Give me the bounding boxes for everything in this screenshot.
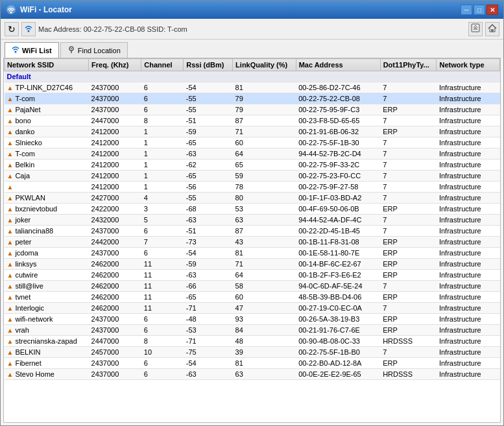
- cell-dot11: HRDSSS: [380, 369, 437, 380]
- col-header-freq[interactable]: Freq. (Khz): [89, 59, 141, 71]
- table-row[interactable]: ▲Caja24120001-655900-22-75-23-F0-CC7Infr…: [5, 171, 500, 182]
- cell-nettype: Infrastructure: [437, 347, 500, 358]
- cell-channel: 1: [141, 137, 184, 148]
- ssid-value: bono: [15, 117, 30, 124]
- table-container[interactable]: Network SSID Freq. (Khz) Channel Rssi (d…: [4, 58, 500, 422]
- network-signal-icon: ▲: [7, 371, 14, 378]
- table-row[interactable]: ▲Stevo Home24370006-636300-0E-2E-E2-9E-6…: [5, 369, 500, 380]
- table-row[interactable]: ▲TP-LINK_D27C4624370006-548100-25-86-D2-…: [5, 82, 500, 93]
- ssid-value: Interlogic: [15, 304, 44, 312]
- cell-dot11: 7: [380, 93, 437, 104]
- cell-ssid: ▲: [5, 182, 89, 193]
- cell-freq: 2437000: [89, 93, 141, 104]
- table-row[interactable]: ▲Slniecko24120001-656000-22-75-5F-1B-307…: [5, 137, 500, 148]
- cell-dot11: 7: [380, 215, 437, 226]
- cell-mac: 48-5B-39-BB-D4-06: [296, 292, 380, 303]
- table-row[interactable]: ▲BELKIN245700010-753900-22-75-5F-1B-B07I…: [5, 347, 500, 358]
- cell-mac: 94-0C-6D-AF-5E-24: [296, 281, 380, 292]
- table-row[interactable]: ▲Belkin24120001-626500-22-75-9F-33-2C7In…: [5, 160, 500, 171]
- network-signal-icon: ▲: [7, 349, 14, 356]
- cell-mac: 00-22-75-9F-33-2C: [296, 160, 380, 171]
- table-row[interactable]: ▲T-com24370006-557900-22-75-22-CB-087Inf…: [5, 93, 500, 104]
- cell-linkquality: 81: [233, 248, 296, 259]
- table-row[interactable]: ▲linksys246200011-597100-14-BF-6C-E2-67E…: [5, 259, 500, 270]
- cell-rssi: -63: [184, 369, 233, 380]
- cell-nettype: Infrastructure: [437, 215, 500, 226]
- table-row[interactable]: ▲PKWLAN24270004-558000-1F-1F-03-BD-A27In…: [5, 193, 500, 204]
- col-header-channel[interactable]: Channel: [141, 59, 184, 71]
- cell-freq: 2462000: [89, 303, 141, 314]
- cell-ssid: ▲strecnianska-zapad: [5, 336, 89, 347]
- cell-dot11: 7: [380, 82, 437, 93]
- cell-nettype: Infrastructure: [437, 115, 500, 126]
- cell-dot11: 7: [380, 182, 437, 193]
- table-row[interactable]: ▲cutwire246200011-636400-1B-2F-F3-E6-E2E…: [5, 270, 500, 281]
- cell-ssid: ▲Belkin: [5, 160, 89, 171]
- cell-nettype: Infrastructure: [437, 292, 500, 303]
- ssid-value: Slniecko: [15, 139, 42, 147]
- cell-mac: 00-90-4B-08-0C-33: [296, 336, 380, 347]
- table-row[interactable]: ▲PajaNet24370006-557900-22-75-95-9F-C3ER…: [5, 104, 500, 115]
- cell-ssid: ▲Slniecko: [5, 137, 89, 148]
- table-row[interactable]: ▲taliancina8824370006-518700-22-2D-45-1B…: [5, 226, 500, 237]
- col-header-ssid[interactable]: Network SSID: [5, 59, 89, 71]
- table-row[interactable]: ▲vrah24370006-538400-21-91-76-C7-6EERPIn…: [5, 325, 500, 336]
- cell-rssi: -63: [184, 270, 233, 281]
- table-row[interactable]: ▲still@live246200011-665894-0C-6D-AF-5E-…: [5, 281, 500, 292]
- col-header-dot11[interactable]: Dot11PhyTy...: [380, 59, 437, 71]
- table-row[interactable]: ▲bono24470008-518700-23-F8-5D-65-657Infr…: [5, 115, 500, 126]
- cell-channel: 1: [141, 160, 184, 171]
- cell-ssid: ▲Caja: [5, 171, 89, 182]
- ssid-value: Belkin: [15, 161, 34, 169]
- table-row[interactable]: ▲danko24120001-597100-21-91-6B-06-32ERPI…: [5, 126, 500, 137]
- cell-channel: 11: [141, 303, 184, 314]
- ssid-value: PKWLAN: [15, 194, 45, 202]
- toolbar-icon-btn-1[interactable]: [468, 22, 483, 36]
- table-row[interactable]: ▲T-com24120001-636494-44-52-7B-2C-D47Inf…: [5, 148, 500, 160]
- col-header-lq[interactable]: LinkQuality (%): [233, 59, 296, 71]
- cell-nettype: Infrastructure: [437, 160, 500, 171]
- table-row[interactable]: ▲peter24420007-734300-1B-11-F8-31-08ERPI…: [5, 237, 500, 248]
- table-row[interactable]: ▲bxznievtobud24220003-685300-4F-69-50-06…: [5, 204, 500, 215]
- network-signal-icon: ▲: [7, 150, 14, 158]
- home-icon: [488, 23, 497, 34]
- col-header-mac[interactable]: Mac Address: [296, 59, 380, 71]
- table-row[interactable]: ▲24120001-567800-22-75-9F-27-587Infrastr…: [5, 182, 500, 193]
- minimize-button[interactable]: ─: [461, 5, 472, 15]
- table-row[interactable]: ▲Interlogic246200011-714700-27-19-C0-EC-…: [5, 303, 500, 314]
- window-title: WiFi - Locator: [20, 5, 72, 14]
- cell-nettype: Infrastructure: [437, 82, 500, 93]
- cell-freq: 2437000: [89, 104, 141, 115]
- table-row[interactable]: ▲wifi-network24370006-489300-26-5A-38-19…: [5, 314, 500, 325]
- cell-dot11: 7: [380, 148, 437, 160]
- table-row[interactable]: ▲joker24320005-636394-44-52-4A-DF-4C7Inf…: [5, 215, 500, 226]
- svg-point-1: [10, 12, 12, 14]
- cell-ssid: ▲joker: [5, 215, 89, 226]
- cell-dot11: 7: [380, 160, 437, 171]
- refresh-button[interactable]: ↻: [5, 22, 19, 36]
- table-row[interactable]: ▲strecnianska-zapad24470008-714800-90-4B…: [5, 336, 500, 347]
- cell-mac: 00-1B-11-F8-31-08: [296, 237, 380, 248]
- network-signal-icon: ▲: [7, 84, 14, 91]
- cell-freq: 2412000: [89, 126, 141, 137]
- col-header-nettype[interactable]: Network type: [437, 59, 500, 71]
- table-row[interactable]: ▲tvnet246200011-656048-5B-39-BB-D4-06ERP…: [5, 292, 500, 303]
- table-row[interactable]: ▲jcdoma24370006-548100-1E-58-11-80-7EERP…: [5, 248, 500, 259]
- col-header-rssi[interactable]: Rssi (dBm): [184, 59, 233, 71]
- ssid-value: peter: [15, 238, 31, 246]
- cell-rssi: -75: [184, 347, 233, 358]
- maximize-button[interactable]: □: [474, 5, 485, 15]
- cell-channel: 6: [141, 314, 184, 325]
- cell-freq: 2437000: [89, 358, 141, 369]
- cell-linkquality: 81: [233, 358, 296, 369]
- cell-freq: 2412000: [89, 171, 141, 182]
- wifi-button[interactable]: [21, 22, 36, 36]
- tab-find-location[interactable]: Find Location: [60, 42, 128, 58]
- table-row[interactable]: ▲Fibernet24370006-548100-22-B0-AD-12-8AE…: [5, 358, 500, 369]
- tab-wifi-list[interactable]: WiFi List: [5, 42, 59, 58]
- cell-dot11: 7: [380, 193, 437, 204]
- cell-dot11: 7: [380, 303, 437, 314]
- toolbar-icon-btn-2[interactable]: [485, 22, 499, 36]
- cell-linkquality: 65: [233, 160, 296, 171]
- close-button[interactable]: ✕: [486, 5, 498, 15]
